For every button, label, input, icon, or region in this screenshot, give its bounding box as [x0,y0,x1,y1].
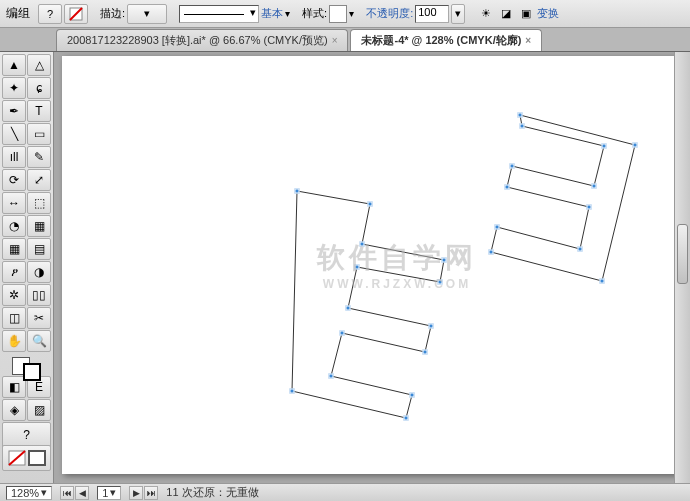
anchor-point[interactable] [329,374,334,379]
tool-rectangle[interactable]: ▭ [27,123,51,145]
tool-scale[interactable]: ⤢ [27,169,51,191]
anchor-point[interactable] [423,350,428,355]
anchor-point[interactable] [600,279,605,284]
close-icon[interactable]: × [332,35,338,46]
page-combo[interactable]: 1 ▾ [97,486,121,500]
prev-page-button[interactable]: ◀ [75,486,89,500]
tab-label: 未标题-4* @ 128% (CMYK/轮廓) [361,33,521,48]
anchor-point[interactable] [404,416,409,421]
vertical-scrollbar[interactable] [674,52,690,483]
tool-symbol-spray[interactable]: ✲ [2,284,26,306]
basic-link[interactable]: 基本 [261,6,283,21]
tool-draw-mode[interactable]: ◈ [2,399,26,421]
next-page-button[interactable]: ▶ [129,486,143,500]
tool-line[interactable]: ╲ [2,123,26,145]
tool-free-transform[interactable]: ⬚ [27,192,51,214]
help-button[interactable]: ? [38,4,62,24]
anchor-point[interactable] [295,189,300,194]
anchor-point[interactable] [602,144,607,149]
anchor-point[interactable] [489,250,494,255]
tool-artboard[interactable]: ◫ [2,307,26,329]
style-label: 样式: [302,6,327,21]
path-e-left[interactable] [292,191,444,418]
tool-perspective[interactable]: ▦ [27,215,51,237]
opacity-link[interactable]: 不透明度: [366,6,413,21]
artboard[interactable]: 软件自学网 WWW.RJZXW.COM [62,56,690,474]
tool-mesh[interactable]: ▦ [2,238,26,260]
isolate-icon[interactable]: ▣ [517,5,535,23]
tool-rotate[interactable]: ⟳ [2,169,26,191]
anchor-point[interactable] [346,306,351,311]
tool-brush[interactable]: ıll [2,146,26,168]
anchor-point[interactable] [505,185,510,190]
tool-width[interactable]: ↔ [2,192,26,214]
svg-rect-4 [29,451,45,465]
anchor-point[interactable] [495,225,500,230]
opacity-input[interactable]: 100 [415,5,449,23]
tool-direct-select[interactable]: △ [27,54,51,76]
anchor-point[interactable] [520,124,525,129]
close-icon[interactable]: × [525,35,531,46]
anchor-point[interactable] [518,113,523,118]
tool-slice[interactable]: ✂ [27,307,51,329]
no-fill-button[interactable] [64,4,88,24]
anchor-point[interactable] [510,164,515,169]
canvas-area[interactable]: 软件自学网 WWW.RJZXW.COM [54,52,690,483]
undo-status: 11 次还原：无重做 [166,485,258,500]
watermark: 软件自学网 WWW.RJZXW.COM [317,239,477,291]
tool-eyedropper[interactable]: ፆ [2,261,26,283]
tool-magic-wand[interactable]: ✦ [2,77,26,99]
stroke-combo[interactable]: ▾ [127,4,167,24]
zoom-combo[interactable]: 128% ▾ [6,486,52,500]
scrollbar-thumb[interactable] [677,224,688,284]
align-icon[interactable]: ☀ [477,5,495,23]
tab-bar: 200817123228903 [转换].ai* @ 66.67% (CMYK/… [0,28,690,52]
tool-gradient[interactable]: ▤ [27,238,51,260]
anchor-point[interactable] [410,393,415,398]
anchor-point[interactable] [368,202,373,207]
status-bar: 128% ▾ ⏮ ◀ 1 ▾ ▶ ⏭ 11 次还原：无重做 [0,483,690,501]
anchor-point[interactable] [429,324,434,329]
mode-swatch[interactable] [2,445,51,471]
anchor-point[interactable] [340,331,345,336]
tool-zoom[interactable]: 🔍 [27,330,51,352]
document-tab-2[interactable]: 未标题-4* @ 128% (CMYK/轮廓) × [350,29,542,51]
anchor-point[interactable] [290,389,295,394]
opacity-dropdown[interactable]: ▾ [451,4,465,24]
fill-stroke-swatch[interactable] [2,353,51,385]
style-swatch[interactable] [329,5,347,23]
transform-link[interactable]: 变换 [537,6,559,21]
group-label: 编组 [6,5,30,22]
tool-hand[interactable]: ✋ [2,330,26,352]
pathfinder-icon[interactable]: ◪ [497,5,515,23]
stroke-label: 描边: [100,6,125,21]
document-tab-1[interactable]: 200817123228903 [转换].ai* @ 66.67% (CMYK/… [56,29,348,51]
tool-graph[interactable]: ▯▯ [27,284,51,306]
path-e-right[interactable] [491,115,635,281]
anchor-point[interactable] [592,184,597,189]
anchor-point[interactable] [587,205,592,210]
last-page-button[interactable]: ⏭ [144,486,158,500]
anchor-point[interactable] [633,143,638,148]
tool-selection[interactable]: ▲ [2,54,26,76]
tool-pencil[interactable]: ✎ [27,146,51,168]
tool-pen[interactable]: ✒ [2,100,26,122]
tool-lasso[interactable]: ɕ [27,77,51,99]
tool-panel: ▲△✦ɕ✒T╲▭ıll✎⟳⤢↔⬚◔▦▦▤ፆ◑✲▯▯◫✂✋🔍◧E◈▨? [0,52,54,483]
tool-type[interactable]: T [27,100,51,122]
tool-blend[interactable]: ◑ [27,261,51,283]
tool-shape-builder[interactable]: ◔ [2,215,26,237]
first-page-button[interactable]: ⏮ [60,486,74,500]
tab-label: 200817123228903 [转换].ai* @ 66.67% (CMYK/… [67,33,328,48]
stroke-style-input[interactable]: ▾ [179,5,259,23]
tool-color-mode[interactable]: ▨ [27,399,51,421]
anchor-point[interactable] [578,247,583,252]
